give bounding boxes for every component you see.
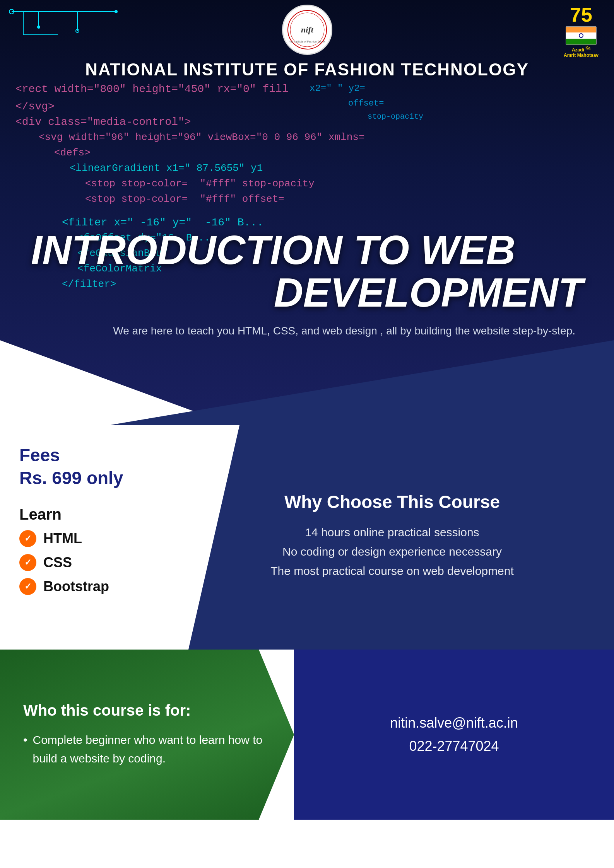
svg-point-3 (115, 10, 118, 13)
why-item-2: No coding or design experience necessary (201, 545, 583, 558)
why-choose-block: Why Choose This Course 14 hours online p… (201, 491, 583, 584)
who-item-1: • Complete beginner who want to learn ho… (23, 731, 271, 768)
learn-item-bootstrap: ✓ Bootstrap (19, 578, 151, 595)
learn-label: Learn (19, 506, 151, 523)
main-title-line2: DEVELOPMENT (31, 271, 583, 314)
check-icon-css: ✓ (19, 554, 36, 571)
why-item-3: The most practical course on web develop… (201, 564, 583, 578)
who-section: Who this course is for: • Complete begin… (0, 650, 614, 820)
why-item-1: 14 hours online practical sessions (201, 526, 583, 539)
azadi-badge: 75 Azadi Ka Amrit Mahotsav (564, 5, 599, 58)
hero-bottom-shapes (0, 340, 614, 425)
learn-list: ✓ HTML ✓ CSS ✓ Bootstrap (19, 530, 151, 595)
svg-point-7 (37, 26, 40, 29)
main-title-line1: INTRODUCTION TO WEB (31, 229, 583, 271)
why-choose-list: 14 hours online practical sessions No co… (201, 526, 583, 578)
who-right-panel: nitin.salve@nift.ac.in 022-27747024 (294, 650, 614, 820)
page-container: nift National Institute of Fashion Techn… (0, 0, 614, 868)
who-bullet: • (23, 731, 27, 749)
institute-title: NATIONAL INSTITUTE OF FASHION TECHNOLOGY (0, 60, 614, 79)
left-panel: Fees Rs. 699 only Learn ✓ HTML ✓ CSS ✓ B… (0, 425, 170, 650)
contact-email: nitin.salve@nift.ac.in (390, 715, 518, 731)
svg-text:nift: nift (301, 25, 314, 34)
fees-amount: Rs. 699 only (19, 467, 151, 488)
main-title-block: INTRODUCTION TO WEB DEVELOPMENT We are h… (0, 229, 614, 340)
why-choose-title: Why Choose This Course (201, 491, 583, 512)
hero-subtitle: We are here to teach you HTML, CSS, and … (31, 322, 583, 340)
who-left-panel: Who this course is for: • Complete begin… (0, 650, 294, 820)
hero-section: nift National Institute of Fashion Techn… (0, 0, 614, 425)
middle-section: Fees Rs. 699 only Learn ✓ HTML ✓ CSS ✓ B… (0, 425, 614, 650)
fees-label: Fees (19, 445, 151, 466)
contact-phone: 022-27747024 (409, 738, 499, 754)
right-panel: Why Choose This Course 14 hours online p… (170, 425, 614, 650)
check-icon-bootstrap: ✓ (19, 578, 36, 595)
check-icon-html: ✓ (19, 530, 36, 547)
learn-item-css: ✓ CSS (19, 554, 151, 571)
who-title: Who this course is for: (23, 702, 271, 719)
nift-logo: nift National Institute of Fashion Techn… (282, 5, 332, 55)
svg-text:National Institute of Fashion : National Institute of Fashion Technology (286, 40, 328, 43)
learn-item-html: ✓ HTML (19, 530, 151, 547)
circuit-svg-top (0, 0, 135, 46)
